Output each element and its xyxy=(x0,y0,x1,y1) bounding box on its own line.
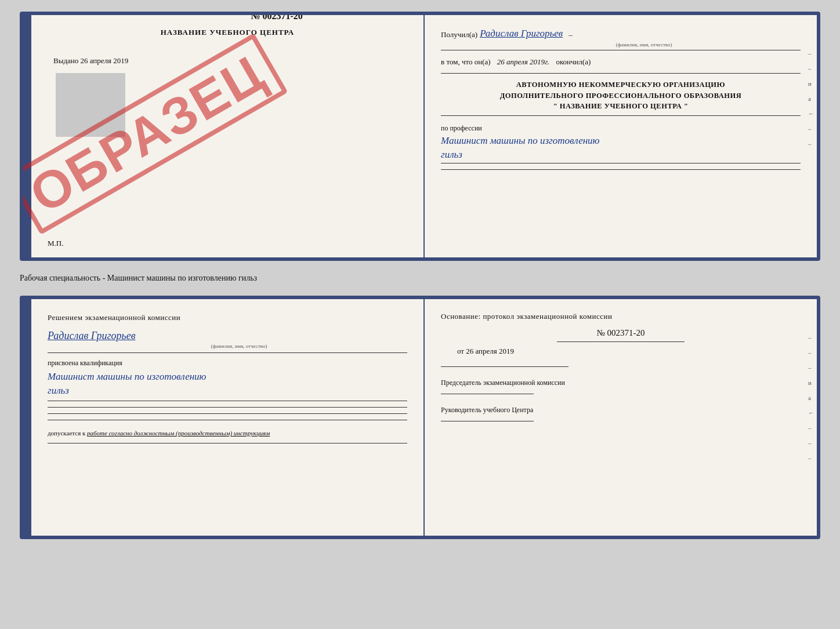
spine-top xyxy=(23,15,31,257)
head-label: Руководитель учебного Центра xyxy=(441,405,801,415)
profession-value: Машинист машины по изготовлению гильз xyxy=(441,134,801,162)
side-marks-top: – – и а ← – – xyxy=(808,50,814,147)
protocol-date: от 26 апреля 2019 xyxy=(457,347,801,356)
date-prefix: от xyxy=(457,347,464,355)
completed-prefix: в том, что он(а) xyxy=(441,57,491,66)
name-caption-bottom: (фамилия, имя, отчество) xyxy=(71,343,407,349)
bottom-right-panel: Основание: протокол экзаменационной коми… xyxy=(425,299,817,536)
photo-placeholder xyxy=(56,73,125,137)
completed-line: в том, что он(а) 26 апреля 2019г. окончи… xyxy=(441,56,801,68)
line-1 xyxy=(441,50,801,50)
mp-label: М.П. xyxy=(48,239,63,248)
name-caption-top: (фамилия, имя, отчество) xyxy=(487,42,801,48)
received-name: Радислав Григорьев xyxy=(480,28,563,39)
protocol-line xyxy=(557,341,685,342)
bline-2 xyxy=(48,401,407,401)
protocol-number: № 002371-20 xyxy=(441,328,801,338)
qual-val1: Машинист машины по изготовлению xyxy=(48,371,207,382)
top-left-panel: НАЗВАНИЕ УЧЕБНОГО ЦЕНТРА УДОСТОВЕРЕНИЕ №… xyxy=(31,15,425,257)
bline-6 xyxy=(48,443,407,443)
bottom-document: Решением экзаменационной комиссии Радисл… xyxy=(20,296,820,539)
profession-label: по профессии xyxy=(441,124,801,133)
school-name-top: НАЗВАНИЕ УЧЕБНОГО ЦЕНТРА xyxy=(48,28,407,37)
bline-4 xyxy=(48,413,407,414)
head-block: Руководитель учебного Центра xyxy=(441,405,801,421)
completed-date: 26 апреля 2019г. xyxy=(497,57,549,66)
bline-5 xyxy=(48,420,407,420)
chairman-label: Председатель экзаменационной комиссии xyxy=(441,377,801,388)
assigned-text: присвоена квалификация xyxy=(48,359,407,368)
decision-text: Решением экзаменационной комиссии xyxy=(48,312,407,324)
issued-line: Выдано 26 апреля 2019 xyxy=(53,56,407,66)
org-block: АВТОНОМНУЮ НЕКОММЕРЧЕСКУЮ ОРГАНИЗАЦИЮ ДО… xyxy=(441,79,801,112)
received-line: Получил(а) Радислав Григорьев – xyxy=(441,28,801,39)
head-sign-line xyxy=(441,421,534,421)
decision-name: Радислав Григорьев xyxy=(48,330,136,341)
line-5 xyxy=(441,169,801,170)
bottom-left-panel: Решением экзаменационной комиссии Радисл… xyxy=(31,299,425,536)
issued-prefix: Выдано xyxy=(53,56,78,65)
qual-value: Машинист машины по изготовлению гильз xyxy=(48,370,407,398)
profession-val2: гильз xyxy=(441,149,462,160)
bline-3 xyxy=(48,407,407,408)
org-line1: АВТОНОМНУЮ НЕКОММЕРЧЕСКУЮ ОРГАНИЗАЦИЮ xyxy=(441,79,801,90)
chairman-sign-line xyxy=(441,394,534,394)
top-document: НАЗВАНИЕ УЧЕБНОГО ЦЕНТРА УДОСТОВЕРЕНИЕ №… xyxy=(20,12,820,261)
top-right-panel: Получил(а) Радислав Григорьев – (фамилия… xyxy=(425,15,817,257)
profession-val1: Машинист машины по изготовлению xyxy=(441,135,600,146)
received-prefix: Получил(а) xyxy=(441,30,477,39)
line-2 xyxy=(441,73,801,74)
basis-text: Основание: протокол экзаменационной коми… xyxy=(441,312,801,321)
completed-suffix: окончил(а) xyxy=(556,57,591,66)
org-name: " НАЗВАНИЕ УЧЕБНОГО ЦЕНТРА " xyxy=(441,101,801,112)
allowed-italic: работе согласно должностным (производств… xyxy=(87,430,270,437)
allowed-text: допускается к работе согласно должностны… xyxy=(48,428,407,438)
chairman-block: Председатель экзаменационной комиссии xyxy=(441,377,801,394)
protocol-date-val: 26 апреля 2019 xyxy=(466,347,514,355)
side-marks-bottom: – – – и а ← – – – xyxy=(808,334,814,461)
specialty-line: Рабочая специальность - Машинист машины … xyxy=(20,271,820,285)
issued-date: 26 апреля 2019 xyxy=(81,56,129,65)
line-4 xyxy=(441,163,801,163)
allowed-prefix: допускается к xyxy=(48,430,85,437)
bline-1 xyxy=(48,352,407,353)
org-line2: ДОПОЛНИТЕЛЬНОГО ПРОФЕССИОНАЛЬНОГО ОБРАЗО… xyxy=(441,90,801,101)
qual-val2: гильз xyxy=(48,385,69,396)
date-line xyxy=(441,366,569,367)
line-3 xyxy=(441,115,801,116)
cert-number: № 002371-20 xyxy=(146,12,407,21)
spine-bottom xyxy=(23,299,31,536)
